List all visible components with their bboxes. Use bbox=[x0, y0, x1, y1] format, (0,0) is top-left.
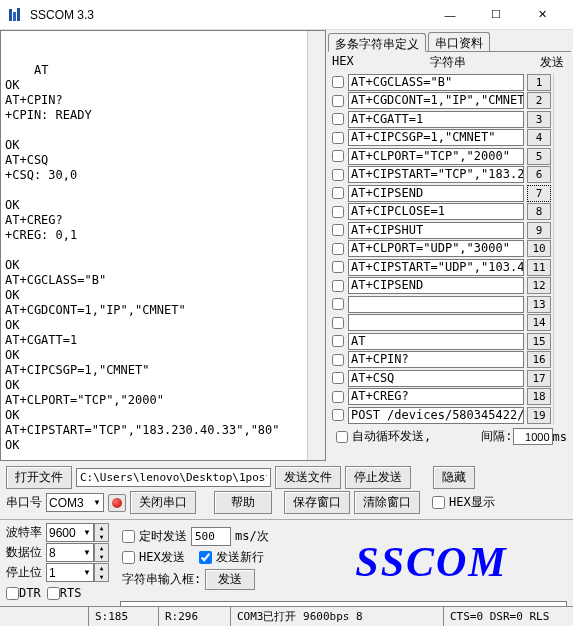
hex-display-checkbox[interactable] bbox=[432, 496, 445, 509]
baud-spin[interactable]: ▲▼ bbox=[94, 523, 109, 542]
hide-button[interactable]: 隐藏 bbox=[433, 466, 475, 489]
newline-checkbox[interactable] bbox=[199, 551, 212, 564]
timer-interval-input[interactable] bbox=[191, 527, 231, 546]
cmd-input[interactable]: AT+CIPCSGP=1,"CMNET" bbox=[348, 129, 524, 146]
hex-row-checkbox[interactable] bbox=[332, 224, 344, 236]
cmd-input[interactable] bbox=[348, 296, 524, 313]
cmd-input[interactable]: AT bbox=[348, 333, 524, 350]
brand-area: SSCOM bbox=[296, 522, 567, 601]
data-spin[interactable]: ▲▼ bbox=[94, 543, 109, 562]
auto-loop-checkbox[interactable] bbox=[336, 431, 348, 443]
hex-send-checkbox[interactable] bbox=[122, 551, 135, 564]
hex-row-checkbox[interactable] bbox=[332, 280, 344, 292]
hex-row-checkbox[interactable] bbox=[332, 169, 344, 181]
cmd-input[interactable]: AT+CIPSEND bbox=[348, 277, 524, 294]
record-button[interactable] bbox=[108, 494, 126, 512]
interval-input[interactable] bbox=[513, 428, 553, 445]
send-row-button[interactable]: 17 bbox=[527, 370, 551, 387]
timer-send-checkbox[interactable] bbox=[122, 530, 135, 543]
open-file-button[interactable]: 打开文件 bbox=[6, 466, 72, 489]
hex-row-checkbox[interactable] bbox=[332, 335, 344, 347]
port-combo[interactable]: COM3▼ bbox=[46, 493, 104, 512]
grid-row: AT+CGCLASS="B"1 bbox=[328, 73, 571, 92]
brand-text: SSCOM bbox=[355, 538, 507, 586]
baud-combo[interactable]: 9600▼ bbox=[46, 523, 94, 542]
hex-row-checkbox[interactable] bbox=[332, 76, 344, 88]
send-row-button[interactable]: 4 bbox=[527, 129, 551, 146]
send-row-button[interactable]: 9 bbox=[527, 222, 551, 239]
dtr-checkbox[interactable] bbox=[6, 587, 19, 600]
send-row-button[interactable]: 16 bbox=[527, 351, 551, 368]
cmd-input[interactable] bbox=[348, 314, 524, 331]
send-row-button[interactable]: 1 bbox=[527, 74, 551, 91]
hex-row-checkbox[interactable] bbox=[332, 95, 344, 107]
hex-row-checkbox[interactable] bbox=[332, 243, 344, 255]
timer-send-label: 定时发送 bbox=[139, 528, 187, 545]
rts-checkbox[interactable] bbox=[47, 587, 60, 600]
rts-label: RTS bbox=[60, 586, 82, 600]
grid-row: AT+CIPCSGP=1,"CMNET"4 bbox=[328, 129, 571, 148]
maximize-button[interactable]: ☐ bbox=[473, 0, 519, 30]
stop-bits-combo[interactable]: 1▼ bbox=[46, 563, 94, 582]
hex-row-checkbox[interactable] bbox=[332, 354, 344, 366]
clear-window-button[interactable]: 清除窗口 bbox=[354, 491, 420, 514]
send-row-button[interactable]: 11 bbox=[527, 259, 551, 276]
hex-row-checkbox[interactable] bbox=[332, 132, 344, 144]
hex-row-checkbox[interactable] bbox=[332, 409, 344, 421]
grid-body: AT+CGCLASS="B"1AT+CGDCONT=1,"IP","CMNET"… bbox=[328, 73, 571, 425]
send-row-button[interactable]: 19 bbox=[527, 407, 551, 424]
minimize-button[interactable]: — bbox=[427, 0, 473, 30]
send-row-button[interactable]: 13 bbox=[527, 296, 551, 313]
cmd-input[interactable]: AT+CLPORT="UDP","3000" bbox=[348, 240, 524, 257]
cmd-input[interactable]: AT+CIPSHUT bbox=[348, 222, 524, 239]
send-row-button[interactable]: 8 bbox=[527, 203, 551, 220]
send-button[interactable]: 发送 bbox=[205, 569, 255, 590]
send-row-button[interactable]: 3 bbox=[527, 111, 551, 128]
cmd-input[interactable]: AT+CLPORT="TCP","2000" bbox=[348, 148, 524, 165]
cmd-input[interactable]: AT+CIPSTART="UDP","103.44.1 bbox=[348, 259, 524, 276]
send-row-button[interactable]: 5 bbox=[527, 148, 551, 165]
scroll-up-icon[interactable]: ▲ bbox=[317, 33, 322, 48]
hex-row-checkbox[interactable] bbox=[332, 261, 344, 273]
close-port-button[interactable]: 关闭串口 bbox=[130, 491, 196, 514]
hex-row-checkbox[interactable] bbox=[332, 372, 344, 384]
stop-send-button[interactable]: 停止发送 bbox=[345, 466, 411, 489]
send-row-button[interactable]: 15 bbox=[527, 333, 551, 350]
cmd-input[interactable]: AT+CIPSTART="TCP","183.230. bbox=[348, 166, 524, 183]
cmd-input[interactable]: AT+CREG? bbox=[348, 388, 524, 405]
stop-spin[interactable]: ▲▼ bbox=[94, 563, 109, 582]
close-button[interactable]: ✕ bbox=[519, 0, 565, 30]
send-file-button[interactable]: 发送文件 bbox=[275, 466, 341, 489]
terminal-output: ▲ AT OK AT+CPIN? +CPIN: READY OK AT+CSQ … bbox=[0, 30, 326, 461]
data-bits-combo[interactable]: 8▼ bbox=[46, 543, 94, 562]
hex-row-checkbox[interactable] bbox=[332, 113, 344, 125]
cmd-input[interactable]: AT+CGDCONT=1,"IP","CMNET" bbox=[348, 92, 524, 109]
tab-serial-info[interactable]: 串口资料 bbox=[428, 32, 490, 51]
send-row-button[interactable]: 7 bbox=[527, 185, 551, 202]
cmd-input[interactable]: AT+CSQ bbox=[348, 370, 524, 387]
hex-row-checkbox[interactable] bbox=[332, 206, 344, 218]
cmd-input[interactable]: AT+CGATT=1 bbox=[348, 111, 524, 128]
cmd-input[interactable]: POST /devices/580345422/dat bbox=[348, 407, 524, 424]
hex-row-checkbox[interactable] bbox=[332, 391, 344, 403]
send-row-button[interactable]: 6 bbox=[527, 166, 551, 183]
file-path-input[interactable] bbox=[76, 468, 271, 487]
cmd-input[interactable]: AT+CIPSEND bbox=[348, 185, 524, 202]
send-row-button[interactable]: 12 bbox=[527, 277, 551, 294]
cmd-input[interactable]: AT+CGCLASS="B" bbox=[348, 74, 524, 91]
send-row-button[interactable]: 10 bbox=[527, 240, 551, 257]
cmd-input[interactable]: AT+CPIN? bbox=[348, 351, 524, 368]
send-row-button[interactable]: 2 bbox=[527, 92, 551, 109]
tab-multi-string[interactable]: 多条字符串定义 bbox=[328, 33, 426, 52]
scroll-down-icon[interactable]: ▼ bbox=[317, 443, 322, 458]
grid-row: AT+CIPSTART="UDP","103.44.111 bbox=[328, 258, 571, 277]
save-window-button[interactable]: 保存窗口 bbox=[284, 491, 350, 514]
hex-row-checkbox[interactable] bbox=[332, 187, 344, 199]
send-row-button[interactable]: 18 bbox=[527, 388, 551, 405]
cmd-input[interactable]: AT+CIPCLOSE=1 bbox=[348, 203, 524, 220]
send-row-button[interactable]: 14 bbox=[527, 314, 551, 331]
hex-row-checkbox[interactable] bbox=[332, 298, 344, 310]
hex-row-checkbox[interactable] bbox=[332, 150, 344, 162]
hex-row-checkbox[interactable] bbox=[332, 317, 344, 329]
help-button[interactable]: 帮助 bbox=[214, 491, 272, 514]
